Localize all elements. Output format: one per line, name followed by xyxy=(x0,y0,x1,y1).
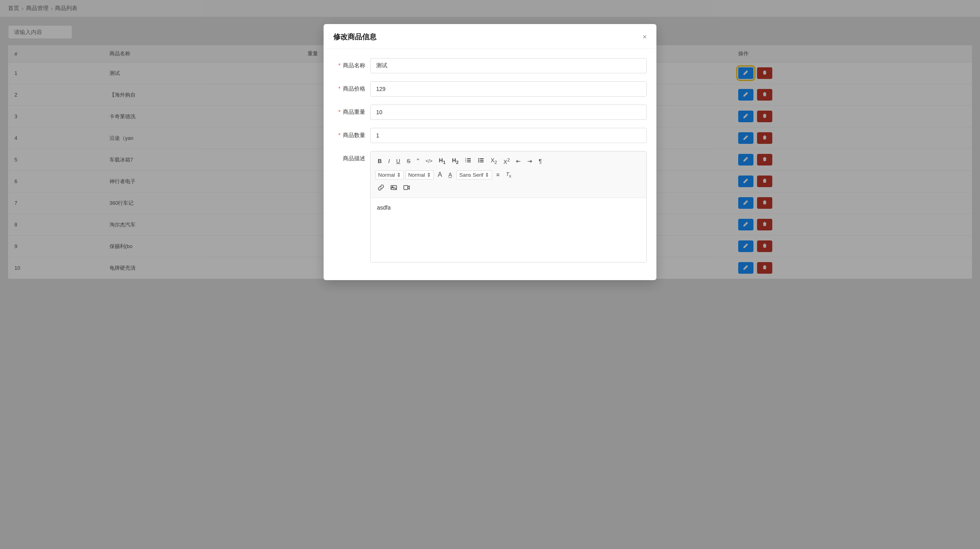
product-name-input[interactable] xyxy=(370,58,647,73)
editor-content-area[interactable]: asdfa xyxy=(371,198,646,262)
clear-format-button[interactable]: Tx xyxy=(504,170,514,180)
subscript-button[interactable]: X2 xyxy=(488,155,500,167)
desc-editor-wrapper: B I U S " </> H1 H2 1.2.3. xyxy=(370,151,647,262)
bold-button[interactable]: B xyxy=(375,156,384,166)
video-button[interactable] xyxy=(401,183,412,194)
image-button[interactable] xyxy=(388,183,399,194)
price-label: * 商品价格 xyxy=(333,85,365,93)
weight-label: * 商品重量 xyxy=(333,109,365,116)
size-select[interactable]: Normal ⇕ xyxy=(405,170,434,180)
svg-point-11 xyxy=(478,161,479,163)
form-row-price: * 商品价格 xyxy=(333,81,647,97)
ordered-list-button[interactable]: 1.2.3. xyxy=(463,155,474,167)
h1-button[interactable]: H1 xyxy=(437,155,448,167)
form-row-qty: * 商品数量 xyxy=(333,128,647,143)
rich-text-editor: B I U S " </> H1 H2 1.2.3. xyxy=(370,151,647,262)
style-dropdown-icon: ⇕ xyxy=(397,172,401,178)
modal-close-button[interactable]: × xyxy=(642,33,647,40)
font-select[interactable]: Sans Serif ⇕ xyxy=(456,170,492,180)
modal-title: 修改商品信息 xyxy=(333,32,377,42)
h2-button[interactable]: H2 xyxy=(450,155,461,167)
svg-point-9 xyxy=(478,158,479,159)
required-star-price: * xyxy=(338,85,340,92)
indent-more-button[interactable]: ⇥ xyxy=(525,156,535,166)
toolbar-row-1: B I U S " </> H1 H2 1.2.3. xyxy=(375,155,642,168)
blockquote-button[interactable]: " xyxy=(414,156,421,167)
toolbar-row-2: Normal ⇕ Normal ⇕ A A̲ Sans xyxy=(375,168,642,181)
toolbar-row-3 xyxy=(375,182,642,195)
modal-overlay: 修改商品信息 × * 商品名称 * 商品价格 xyxy=(0,0,980,549)
svg-rect-2 xyxy=(467,161,471,162)
superscript-button[interactable]: X2 xyxy=(501,155,512,167)
svg-rect-0 xyxy=(467,158,471,159)
indent-less-button[interactable]: ⇤ xyxy=(514,156,523,166)
svg-text:3.: 3. xyxy=(465,160,467,163)
editor-toolbar: B I U S " </> H1 H2 1.2.3. xyxy=(371,151,646,198)
modal-header: 修改商品信息 × xyxy=(324,24,656,48)
font-dropdown-icon: ⇕ xyxy=(485,172,489,178)
svg-rect-6 xyxy=(480,158,484,159)
product-weight-input[interactable] xyxy=(370,105,647,120)
style-select[interactable]: Normal ⇕ xyxy=(375,170,404,180)
desc-label: 商品描述 xyxy=(333,151,365,162)
svg-rect-7 xyxy=(480,160,484,161)
name-label: * 商品名称 xyxy=(333,62,365,69)
svg-point-10 xyxy=(478,160,479,161)
edit-modal: 修改商品信息 × * 商品名称 * 商品价格 xyxy=(324,24,656,280)
align-button[interactable]: ≡ xyxy=(494,170,502,180)
size-dropdown-icon: ⇕ xyxy=(427,172,431,178)
unordered-list-button[interactable] xyxy=(476,155,487,167)
italic-button[interactable]: I xyxy=(386,156,392,166)
rtl-button[interactable]: ¶ xyxy=(536,156,544,166)
svg-rect-8 xyxy=(480,161,484,162)
form-row-weight: * 商品重量 xyxy=(333,105,647,120)
product-price-input[interactable] xyxy=(370,81,647,97)
highlight-button[interactable]: A̲ xyxy=(446,170,455,180)
strikethrough-button[interactable]: S xyxy=(404,156,413,166)
required-star-name: * xyxy=(338,62,340,69)
modal-body: * 商品名称 * 商品价格 * 商品重量 xyxy=(324,48,656,280)
link-button[interactable] xyxy=(375,183,387,194)
product-qty-input[interactable] xyxy=(370,128,647,143)
form-row-desc: 商品描述 B I U S " </> H1 xyxy=(333,151,647,262)
required-star-weight: * xyxy=(338,109,340,115)
svg-rect-14 xyxy=(404,186,408,190)
svg-rect-1 xyxy=(467,160,471,161)
code-button[interactable]: </> xyxy=(423,157,435,166)
form-row-name: * 商品名称 xyxy=(333,58,647,73)
underline-button[interactable]: U xyxy=(394,156,403,166)
required-star-qty: * xyxy=(338,132,340,138)
font-color-button[interactable]: A xyxy=(435,169,445,180)
qty-label: * 商品数量 xyxy=(333,132,365,139)
